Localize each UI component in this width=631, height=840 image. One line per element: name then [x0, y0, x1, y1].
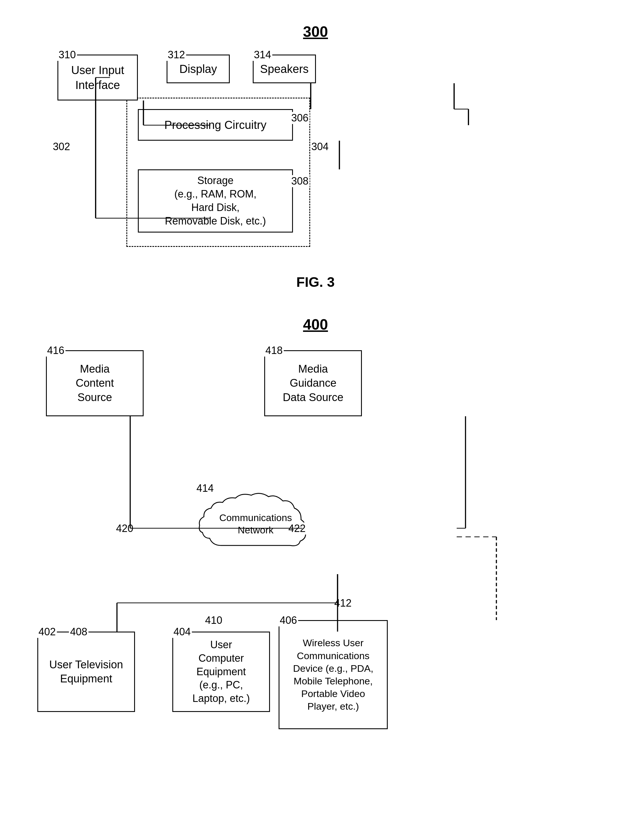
box-processing: Processing Circuitry	[138, 109, 293, 141]
label-304: 304	[310, 141, 330, 153]
label-310: 310	[57, 49, 77, 61]
box-user-tv: User Television Equipment	[37, 632, 135, 712]
box-media-guidance: Media Guidance Data Source	[264, 350, 362, 416]
box-storage: Storage (e.g., RAM, ROM, Hard Disk, Remo…	[138, 169, 293, 232]
label-404: 404	[172, 626, 192, 638]
label-412: 412	[333, 597, 353, 609]
label-306: 306	[290, 112, 310, 124]
label-414: 414	[195, 482, 215, 494]
fig4-title: 400	[303, 316, 328, 333]
label-416: 416	[46, 344, 65, 357]
label-312: 312	[166, 49, 186, 61]
box-wireless: Wireless User Communications Device (e.g…	[278, 620, 388, 729]
box-user-input: User Input Interface	[57, 55, 138, 101]
box-media-content: Media Content Source	[46, 350, 144, 416]
svg-text:Communications: Communications	[219, 512, 292, 523]
label-406: 406	[278, 614, 298, 627]
diagram-container: 300 User Input Interface Display Speaker…	[0, 0, 631, 838]
label-410: 410	[204, 614, 223, 627]
label-408: 408	[69, 626, 89, 638]
label-420: 420	[115, 523, 134, 535]
label-314: 314	[253, 49, 272, 61]
fig3-title: 300	[303, 23, 328, 40]
fig3-diagram: 300 User Input Interface Display Speaker…	[29, 17, 602, 298]
label-402: 402	[37, 626, 57, 638]
label-308: 308	[290, 175, 310, 187]
label-422: 422	[287, 523, 307, 535]
box-user-computer: User Computer Equipment (e.g., PC, Lapto…	[172, 632, 270, 712]
label-418: 418	[264, 344, 284, 357]
label-302: 302	[52, 141, 71, 153]
fig4-diagram: 400 Media Content Source Media Guidance …	[29, 310, 602, 821]
fig3-caption: FIG. 3	[296, 274, 335, 290]
svg-text:Network: Network	[238, 524, 274, 535]
